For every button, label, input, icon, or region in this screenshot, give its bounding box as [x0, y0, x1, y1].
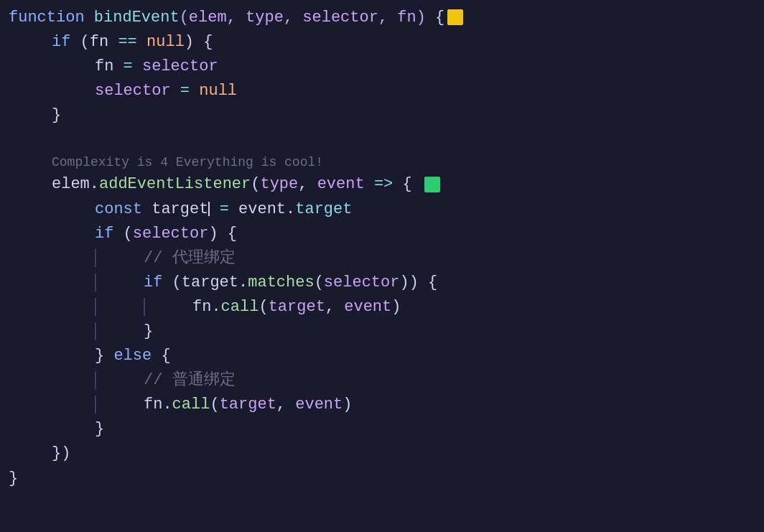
- punct: (: [70, 33, 89, 51]
- dot2: .: [286, 200, 295, 218]
- op-assign: =: [113, 57, 142, 75]
- code-line-19: }): [9, 442, 764, 466]
- dot1: .: [90, 175, 99, 193]
- green-box-icon: [424, 177, 440, 192]
- code-line-11: // 代理绑定: [9, 246, 764, 271]
- comma: ,: [298, 175, 317, 193]
- code-line-1: function bindEvent(elem, type, selector,…: [9, 6, 764, 30]
- paren-args: (: [315, 274, 324, 291]
- method-call2: call: [172, 396, 210, 414]
- param-event: event: [317, 175, 365, 193]
- param-type: type: [260, 175, 298, 193]
- paren-close5: ): [343, 396, 352, 414]
- var-fn4: fn: [144, 396, 162, 414]
- paren4: (: [258, 298, 268, 316]
- dot3: .: [238, 274, 248, 291]
- code-line-4: selector = null: [9, 79, 764, 103]
- code-line-17: fn.call(target, event): [9, 393, 764, 417]
- paren-close2: ) {: [208, 225, 237, 243]
- var-selector2: selector: [95, 82, 171, 100]
- comment-normal: // 普通绑定: [144, 371, 236, 389]
- var-fn2: fn: [95, 57, 113, 75]
- close-brace2: }: [144, 322, 153, 340]
- arrow-op: =>: [365, 175, 403, 193]
- op-assign2: =: [171, 82, 200, 100]
- code-line-16: // 普通绑定: [9, 368, 764, 393]
- close-brace: }: [52, 106, 61, 124]
- code-line-5: }: [9, 103, 764, 128]
- keyword-if3: if: [144, 274, 162, 291]
- paren5: (: [210, 396, 219, 414]
- code-line-12: if (target.matches(selector)) {: [9, 271, 764, 295]
- close-function: }: [9, 470, 18, 487]
- method-matches: matches: [248, 274, 314, 291]
- code-line-10: if (selector) {: [9, 222, 764, 246]
- paren2: (: [113, 225, 132, 243]
- close-listener: }): [52, 444, 70, 462]
- code-line-13: fn.call(target, event): [9, 295, 764, 319]
- var-selector3: selector: [133, 225, 209, 243]
- code-line-15: } else {: [9, 344, 764, 368]
- dot4: .: [211, 298, 220, 316]
- keyword-if: if: [52, 33, 70, 51]
- param-selector2: selector: [324, 274, 400, 291]
- op-assign3: =: [210, 200, 238, 218]
- paren-close4: ): [391, 298, 401, 316]
- punct-space: [85, 9, 94, 27]
- method-addeventlistener: addEventListener: [99, 175, 251, 193]
- comma3: ,: [276, 396, 295, 414]
- keyword-else: else: [113, 347, 152, 365]
- null-keyword: null: [146, 33, 185, 51]
- dot5: .: [162, 396, 172, 414]
- punct-paren: ) {: [185, 33, 213, 51]
- param-event2: event: [344, 298, 391, 316]
- method-call: call: [221, 298, 259, 316]
- null-val2: null: [199, 82, 237, 100]
- var-fn3: fn: [192, 298, 211, 316]
- var-elem: elem: [52, 175, 90, 193]
- paren-close3: )) {: [399, 274, 437, 291]
- op-eq: ==: [108, 33, 146, 51]
- param-target2: target: [269, 298, 325, 316]
- close-brace4: }: [95, 420, 104, 438]
- var-event: event: [238, 200, 286, 218]
- var-target: target: [152, 200, 208, 218]
- param-event3: event: [295, 396, 343, 414]
- code-line-20: }: [9, 467, 764, 491]
- keyword-if2: if: [95, 225, 113, 243]
- var-target2: target: [182, 274, 238, 291]
- paren-open: (: [251, 175, 260, 193]
- code-line-7-comment: Complexity is 4 Everything is cool!: [9, 153, 764, 173]
- code-line-3: fn = selector: [9, 55, 764, 79]
- paren3: (: [162, 274, 181, 291]
- brace-open: {: [426, 9, 444, 27]
- keyword-const: const: [95, 200, 152, 218]
- comment-proxy: // 代理绑定: [144, 249, 236, 267]
- code-line-9: const target = event.target: [9, 197, 764, 222]
- var-selector: selector: [142, 57, 218, 75]
- code-line-14: }: [9, 319, 764, 344]
- code-line-2: if (fn == null) {: [9, 30, 764, 55]
- code-editor: function bindEvent(elem, type, selector,…: [9, 6, 764, 491]
- code-line-18: }: [9, 417, 764, 442]
- brace-arrow: {: [403, 175, 421, 193]
- var-fn: fn: [90, 33, 108, 51]
- code-line-6: [9, 128, 764, 152]
- close-brace3: }: [95, 347, 113, 365]
- prop-target: target: [295, 200, 352, 218]
- keyword-function: function: [9, 9, 85, 27]
- params: (elem, type, selector, fn): [180, 9, 426, 27]
- function-name: bindEvent: [94, 9, 180, 27]
- else-brace: {: [152, 347, 170, 365]
- param-target3: target: [220, 396, 276, 414]
- comma2: ,: [325, 298, 344, 316]
- code-line-8: elem.addEventListener(type, event => {: [9, 172, 764, 197]
- yellow-box-icon: [447, 9, 463, 25]
